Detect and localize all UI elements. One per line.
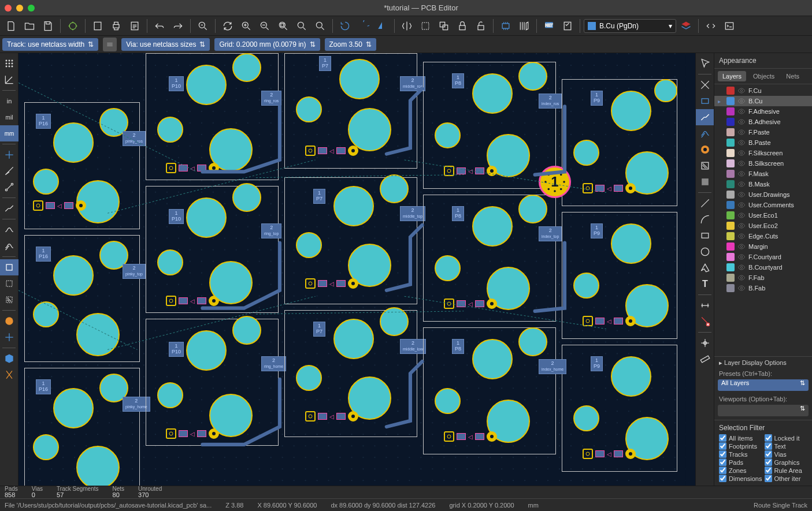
eye-icon[interactable] [737, 87, 746, 95]
layer-row-margin[interactable]: Margin [714, 241, 812, 252]
filter-checkbox[interactable] [765, 434, 772, 442]
filter-pads[interactable]: Pads [719, 458, 762, 466]
zone-hatch-button[interactable] [0, 275, 18, 292]
layer-row-f-silkscreen[interactable]: F.Silkscreen [714, 148, 812, 158]
net-highlight-button[interactable] [696, 77, 714, 93]
preferences-button[interactable] [0, 367, 18, 383]
draw-poly-button[interactable] [696, 260, 714, 276]
mirror-button[interactable] [398, 17, 416, 35]
layer-row-edge-cuts[interactable]: Edge.Cuts [714, 231, 812, 241]
filter-checkbox[interactable] [719, 458, 726, 466]
layer-row-b-adhesive[interactable]: B.Adhesive [714, 117, 812, 127]
layers-icon-button[interactable] [677, 17, 695, 35]
presets-select[interactable]: All Layers ⇅ [718, 379, 809, 391]
place-keepout-button[interactable] [696, 174, 714, 190]
layer-row-f-fab[interactable]: F.Fab [714, 273, 812, 283]
eye-icon[interactable] [737, 118, 746, 126]
redo-button[interactable] [169, 17, 187, 35]
layer-row-user-comments[interactable]: User.Comments [714, 200, 812, 210]
scripting-button[interactable] [702, 17, 720, 35]
tab-nets[interactable]: Nets [781, 71, 804, 81]
layer-list[interactable]: F.Cu▸ B.Cu F.Adhesive B.Adhesive F.Paste… [714, 84, 812, 356]
eye-icon[interactable] [737, 128, 746, 136]
tab-objects[interactable]: Objects [748, 71, 779, 81]
layer-row-user-eco1[interactable]: User.Eco1 [714, 210, 812, 221]
zoom-select[interactable]: Zoom 3.50⇅ [325, 38, 376, 51]
new-file-button[interactable] [2, 17, 20, 35]
maximize-window-button[interactable] [28, 5, 35, 12]
plot-button[interactable] [126, 17, 143, 35]
save-file-button[interactable] [39, 17, 57, 35]
group-button[interactable] [435, 17, 453, 35]
zone-fill-button[interactable] [0, 292, 18, 308]
eye-icon[interactable] [737, 222, 746, 230]
layer-row-f-adhesive[interactable]: F.Adhesive [714, 106, 812, 117]
close-window-button[interactable] [5, 5, 12, 12]
eye-icon[interactable] [737, 211, 746, 219]
3d-viewer-button[interactable] [0, 350, 18, 367]
zoom-window-button[interactable] [312, 17, 329, 35]
zoom-in-button[interactable] [238, 17, 255, 35]
mm-unit-button[interactable]: mm [0, 125, 18, 141]
filter-graphics[interactable]: Graphics [765, 458, 808, 466]
track-outline-button[interactable] [0, 200, 18, 217]
eye-icon[interactable] [737, 139, 746, 147]
via-outline-button[interactable] [0, 222, 18, 238]
place-via-button[interactable] [696, 141, 714, 158]
layer-row-b-courtyard[interactable]: B.Courtyard [714, 262, 812, 273]
eye-icon[interactable] [737, 243, 746, 251]
grid-select[interactable]: Grid: 0.2000 mm (0.0079 in)⇅ [214, 38, 320, 51]
draw-line-button[interactable] [696, 195, 714, 211]
select-tool-button[interactable] [696, 55, 714, 72]
eye-icon[interactable] [737, 253, 746, 261]
filter-other-iter[interactable]: Other iter [765, 475, 808, 482]
zone-outline-button[interactable] [0, 259, 18, 275]
filter-checkbox[interactable] [719, 434, 726, 442]
eye-icon[interactable] [737, 107, 746, 115]
draw-circle-button[interactable] [696, 244, 714, 260]
selection-tool-button[interactable] [417, 17, 434, 35]
filter-checkbox[interactable] [719, 450, 726, 458]
place-footprint-button[interactable] [696, 93, 714, 109]
filter-checkbox[interactable] [765, 450, 772, 458]
refresh-button[interactable] [219, 17, 236, 35]
pcb-canvas[interactable]: 1P16 2pinky_ros ◁ 1P16 2pinky_top ◁ [18, 53, 695, 486]
origin-button[interactable] [696, 335, 714, 351]
eye-icon[interactable] [737, 97, 746, 105]
polar-coord-button[interactable] [0, 72, 18, 88]
viewports-select[interactable]: ⇅ [718, 405, 809, 416]
eye-icon[interactable] [737, 159, 746, 167]
active-layer-select[interactable]: B.Cu (PgDn) ▾ [584, 19, 676, 33]
minimize-window-button[interactable] [16, 5, 23, 12]
eye-icon[interactable] [737, 191, 746, 199]
layer-row-user-drawings[interactable]: User.Drawings [714, 189, 812, 200]
console-button[interactable] [721, 17, 738, 35]
track-width-button[interactable] [103, 38, 117, 51]
track-width-select[interactable]: Track: use netclass width⇅ [2, 38, 98, 51]
eye-icon[interactable] [737, 232, 746, 240]
contrast-button[interactable] [0, 313, 18, 329]
measure-button[interactable] [696, 351, 714, 367]
ratsnest-curved-button[interactable] [0, 179, 18, 195]
eye-icon[interactable] [737, 263, 746, 271]
filter-checkbox[interactable] [765, 467, 772, 474]
filter-checkbox[interactable] [719, 467, 726, 474]
layer-row-f-paste[interactable]: F.Paste [714, 127, 812, 137]
net-color-button[interactable] [0, 329, 18, 345]
page-settings-button[interactable] [89, 17, 106, 35]
delete-button[interactable] [696, 314, 714, 330]
rotate-cw-button[interactable] [355, 17, 372, 35]
find-button[interactable] [194, 17, 212, 35]
mils-unit-button[interactable]: mil [0, 109, 18, 125]
filter-footprints[interactable]: Footprints [719, 442, 762, 450]
filter-checkbox[interactable] [765, 475, 772, 482]
filter-all-items[interactable]: All items [719, 434, 762, 442]
pad-outline-button[interactable] [0, 238, 18, 254]
zoom-selection-button[interactable] [293, 17, 310, 35]
layer-row-b-fab[interactable]: B.Fab [714, 283, 812, 293]
board-setup-button[interactable] [64, 17, 81, 35]
place-zone-button[interactable] [696, 158, 714, 174]
ratsnest-toggle-button[interactable] [0, 163, 18, 179]
filter-locked-it[interactable]: Locked it [765, 434, 808, 442]
route-diff-button[interactable] [696, 125, 714, 141]
